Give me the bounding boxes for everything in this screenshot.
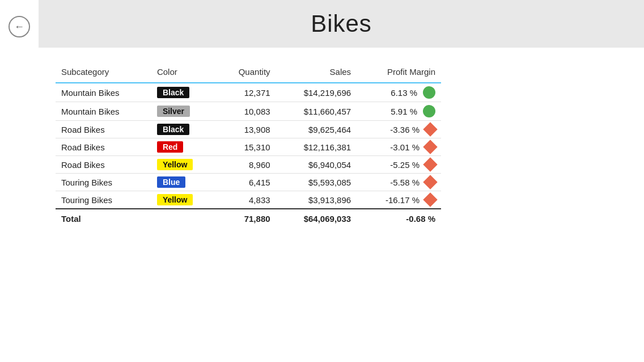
profit-margin-value: 5.91 % bbox=[391, 107, 417, 116]
color-badge: Black bbox=[157, 124, 189, 135]
col-sales: Sales bbox=[276, 64, 357, 83]
cell-sales: $9,625,464 bbox=[276, 121, 357, 138]
cell-color: Black bbox=[151, 83, 217, 102]
profit-margin-value: -5.25 % bbox=[390, 160, 420, 170]
cell-color: Silver bbox=[151, 102, 217, 121]
negative-indicator bbox=[423, 140, 437, 154]
total-label: Total bbox=[56, 209, 217, 226]
cell-color: Black bbox=[151, 121, 217, 138]
negative-indicator bbox=[423, 122, 437, 136]
cell-subcategory: Touring Bikes bbox=[56, 191, 151, 209]
cell-subcategory: Road Bikes bbox=[56, 121, 151, 138]
left-sidebar: ← bbox=[0, 0, 39, 362]
cell-color: Blue bbox=[151, 174, 217, 191]
cell-color: Red bbox=[151, 138, 217, 156]
table-row: Mountain BikesSilver10,083$11,660,4575.9… bbox=[56, 102, 441, 121]
table-row: Touring BikesYellow4,833$3,913,896-16.17… bbox=[56, 191, 441, 209]
cell-sales: $5,593,085 bbox=[276, 174, 357, 191]
cell-profit-margin: -3.36 % bbox=[357, 121, 441, 138]
cell-sales: $11,660,457 bbox=[276, 102, 357, 121]
page-container: ← Bikes Subcategory Color Quantity Sales… bbox=[0, 0, 644, 362]
cell-profit-margin: -3.01 % bbox=[357, 138, 441, 156]
cell-sales: $12,116,381 bbox=[276, 138, 357, 156]
negative-indicator bbox=[423, 175, 437, 189]
negative-indicator bbox=[423, 192, 437, 207]
cell-subcategory: Road Bikes bbox=[56, 156, 151, 174]
cell-profit-margin: -16.17 % bbox=[357, 191, 441, 209]
negative-indicator bbox=[423, 157, 437, 171]
cell-subcategory: Road Bikes bbox=[56, 138, 151, 156]
cell-sales: $3,913,896 bbox=[276, 191, 357, 209]
table-row: Mountain BikesBlack12,371$14,219,6966.13… bbox=[56, 83, 441, 102]
color-badge: Yellow bbox=[157, 159, 193, 170]
cell-quantity: 12,371 bbox=[217, 83, 276, 102]
color-badge: Yellow bbox=[157, 194, 193, 205]
cell-subcategory: Touring Bikes bbox=[56, 174, 151, 191]
cell-quantity: 6,415 bbox=[217, 174, 276, 191]
profit-margin-value: -3.01 % bbox=[390, 142, 420, 152]
cell-color: Yellow bbox=[151, 191, 217, 209]
color-badge: Blue bbox=[157, 176, 185, 188]
content-area: Subcategory Color Quantity Sales Profit … bbox=[39, 48, 644, 238]
profit-margin-value: 6.13 % bbox=[391, 88, 417, 98]
back-button[interactable]: ← bbox=[9, 16, 30, 37]
total-sales: $64,069,033 bbox=[276, 209, 357, 226]
back-icon: ← bbox=[14, 21, 24, 33]
total-quantity: 71,880 bbox=[217, 209, 276, 226]
profit-margin-value: -3.36 % bbox=[390, 125, 420, 134]
col-subcategory: Subcategory bbox=[56, 64, 151, 83]
color-badge: Red bbox=[157, 141, 183, 153]
cell-sales: $14,219,696 bbox=[276, 83, 357, 102]
total-profit-margin: -0.68 % bbox=[357, 209, 441, 226]
table-row: Road BikesBlack13,908$9,625,464-3.36 % bbox=[56, 121, 441, 138]
cell-subcategory: Mountain Bikes bbox=[56, 83, 151, 102]
profit-margin-value: -5.58 % bbox=[390, 178, 420, 187]
main-content: Bikes Subcategory Color Quantity Sales P… bbox=[39, 0, 644, 362]
cell-quantity: 8,960 bbox=[217, 156, 276, 174]
data-table: Subcategory Color Quantity Sales Profit … bbox=[56, 64, 441, 226]
cell-profit-margin: -5.58 % bbox=[357, 174, 441, 191]
color-badge: Silver bbox=[157, 106, 190, 117]
cell-quantity: 13,908 bbox=[217, 121, 276, 138]
cell-profit-margin: -5.25 % bbox=[357, 156, 441, 174]
cell-quantity: 10,083 bbox=[217, 102, 276, 121]
cell-sales: $6,940,054 bbox=[276, 156, 357, 174]
positive-indicator bbox=[423, 86, 435, 99]
col-color: Color bbox=[151, 64, 217, 83]
cell-subcategory: Mountain Bikes bbox=[56, 102, 151, 121]
positive-indicator bbox=[423, 105, 435, 117]
cell-quantity: 4,833 bbox=[217, 191, 276, 209]
table-header-row: Subcategory Color Quantity Sales Profit … bbox=[56, 64, 441, 83]
cell-quantity: 15,310 bbox=[217, 138, 276, 156]
col-quantity: Quantity bbox=[217, 64, 276, 83]
profit-margin-value: -16.17 % bbox=[385, 195, 420, 205]
header-bar: Bikes bbox=[39, 0, 644, 48]
cell-color: Yellow bbox=[151, 156, 217, 174]
col-profit-margin: Profit Margin bbox=[357, 64, 441, 83]
color-badge: Black bbox=[157, 87, 189, 98]
table-row: Road BikesRed15,310$12,116,381-3.01 % bbox=[56, 138, 441, 156]
table-row: Touring BikesBlue6,415$5,593,085-5.58 % bbox=[56, 174, 441, 191]
cell-profit-margin: 5.91 % bbox=[357, 102, 441, 121]
cell-profit-margin: 6.13 % bbox=[357, 83, 441, 102]
table-row: Road BikesYellow8,960$6,940,054-5.25 % bbox=[56, 156, 441, 174]
total-row: Total71,880$64,069,033-0.68 % bbox=[56, 209, 441, 226]
page-title: Bikes bbox=[311, 10, 372, 37]
